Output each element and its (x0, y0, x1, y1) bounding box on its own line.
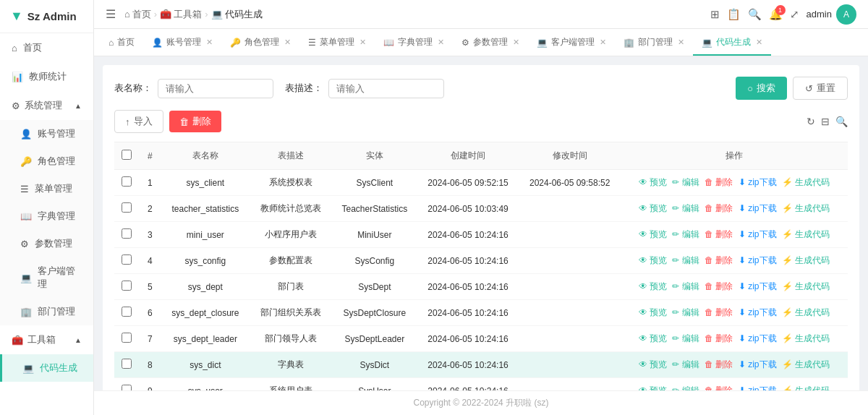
table-name-input[interactable] (158, 79, 273, 98)
table-desc-input[interactable] (328, 79, 444, 98)
tab-role-close[interactable]: ✕ (284, 38, 291, 47)
zip-link[interactable]: ⬇ zip下载 (739, 202, 777, 215)
preview-link[interactable]: 👁 预览 (639, 359, 667, 371)
refresh-icon[interactable]: ↻ (807, 116, 815, 127)
delete-link[interactable]: 🗑 删除 (705, 281, 733, 293)
edit-link[interactable]: ✏ 编辑 (672, 333, 699, 345)
edit-link[interactable]: ✏ 编辑 (672, 385, 699, 390)
delete-link[interactable]: 🗑 删除 (705, 307, 733, 319)
columns-icon[interactable]: ⊟ (821, 116, 830, 127)
tab-role[interactable]: 🔑 角色管理 ✕ (221, 30, 299, 56)
preview-link[interactable]: 👁 预览 (639, 307, 667, 319)
sidebar-group-toolbox-header[interactable]: 🧰 工具箱 ▲ (0, 325, 93, 354)
generate-link[interactable]: ⚡ 生成代码 (782, 333, 830, 345)
tab-menu-close[interactable]: ✕ (359, 38, 366, 47)
preview-link[interactable]: 👁 预览 (639, 202, 667, 215)
row-checkbox[interactable] (122, 176, 132, 187)
generate-link[interactable]: ⚡ 生成代码 (782, 385, 830, 390)
row-checkbox[interactable] (122, 307, 132, 317)
zip-link[interactable]: ⬇ zip下载 (739, 385, 777, 390)
sidebar-subitem-menu[interactable]: ☰ 菜单管理 (0, 175, 93, 202)
generate-link[interactable]: ⚡ 生成代码 (782, 202, 830, 215)
zip-link[interactable]: ⬇ zip下载 (739, 176, 777, 189)
sidebar-item-teacher-stats[interactable]: 📊 教师统计 (0, 62, 93, 91)
tab-dept[interactable]: 🏢 部门管理 ✕ (615, 30, 693, 56)
breadcrumb-home[interactable]: ⌂ 首页 (124, 8, 151, 21)
sidebar-subitem-params[interactable]: ⚙ 参数管理 (0, 230, 93, 257)
tab-account[interactable]: 👤 账号管理 ✕ (143, 30, 221, 56)
edit-link[interactable]: ✏ 编辑 (672, 202, 699, 215)
grid-icon[interactable]: ⊞ (710, 8, 720, 21)
tab-codegen-close[interactable]: ✕ (756, 38, 762, 47)
sidebar-subitem-account[interactable]: 👤 账号管理 (0, 120, 93, 147)
tab-params-close[interactable]: ✕ (513, 38, 519, 47)
edit-link[interactable]: ✏ 编辑 (672, 281, 699, 293)
delete-link[interactable]: 🗑 删除 (705, 359, 733, 371)
delete-link[interactable]: 🗑 删除 (705, 385, 733, 390)
row-checkbox[interactable] (122, 202, 132, 213)
sidebar-subitem-dict[interactable]: 📖 字典管理 (0, 202, 93, 230)
preview-link[interactable]: 👁 预览 (639, 176, 667, 189)
select-all-checkbox[interactable] (122, 150, 132, 160)
row-checkbox[interactable] (122, 359, 132, 369)
edit-link[interactable]: ✏ 编辑 (672, 307, 699, 319)
row-checkbox[interactable] (122, 228, 132, 239)
tab-dept-close[interactable]: ✕ (678, 38, 684, 47)
delete-link[interactable]: 🗑 删除 (705, 333, 733, 345)
generate-link[interactable]: ⚡ 生成代码 (782, 254, 830, 267)
zip-link[interactable]: ⬇ zip下载 (739, 281, 777, 293)
sidebar-item-home[interactable]: ⌂ 首页 (0, 33, 93, 62)
search-button[interactable]: ○ 搜索 (736, 77, 787, 100)
import-button[interactable]: ↑ 导入 (114, 110, 163, 133)
tab-params[interactable]: ⚙ 参数管理 ✕ (453, 30, 528, 56)
reset-button[interactable]: ↺ 重置 (793, 77, 848, 100)
generate-link[interactable]: ⚡ 生成代码 (782, 281, 830, 293)
fullscreen-icon[interactable]: ⤢ (790, 8, 799, 21)
zip-link[interactable]: ⬇ zip下载 (739, 359, 777, 371)
search-icon[interactable]: 🔍 (748, 8, 762, 21)
tab-client[interactable]: 💻 客户端管理 ✕ (528, 30, 615, 56)
edit-link[interactable]: ✏ 编辑 (672, 254, 699, 267)
delete-link[interactable]: 🗑 删除 (705, 254, 733, 267)
sidebar-subitem-dept[interactable]: 🏢 部门管理 (0, 298, 93, 325)
breadcrumb-toolbox[interactable]: 🧰 工具箱 (160, 8, 202, 21)
delete-link[interactable]: 🗑 删除 (705, 202, 733, 215)
zip-link[interactable]: ⬇ zip下载 (739, 307, 777, 319)
menu-toggle-icon[interactable]: ☰ (106, 7, 116, 21)
generate-link[interactable]: ⚡ 生成代码 (782, 228, 830, 241)
tab-dict-close[interactable]: ✕ (438, 38, 444, 47)
preview-link[interactable]: 👁 预览 (639, 254, 667, 267)
preview-link[interactable]: 👁 预览 (639, 228, 667, 241)
preview-link[interactable]: 👁 预览 (639, 281, 667, 293)
row-checkbox[interactable] (122, 281, 132, 291)
delete-link[interactable]: 🗑 删除 (705, 228, 733, 241)
tab-codegen[interactable]: 💻 代码生成 ✕ (693, 30, 771, 56)
sidebar-subitem-codegen[interactable]: 💻 代码生成 (0, 354, 93, 382)
generate-link[interactable]: ⚡ 生成代码 (782, 307, 830, 319)
sidebar-group-system-header[interactable]: ⚙ 系统管理 ▲ (0, 91, 93, 120)
bell-icon[interactable]: 🔔 1 (769, 8, 783, 21)
preview-link[interactable]: 👁 预览 (639, 333, 667, 345)
generate-link[interactable]: ⚡ 生成代码 (782, 359, 830, 371)
tab-home[interactable]: ⌂ 首页 (100, 30, 143, 56)
generate-link[interactable]: ⚡ 生成代码 (782, 176, 830, 189)
edit-link[interactable]: ✏ 编辑 (672, 176, 699, 189)
tab-client-close[interactable]: ✕ (600, 38, 606, 47)
edit-link[interactable]: ✏ 编辑 (672, 228, 699, 241)
sidebar-subitem-client[interactable]: 💻 客户端管理 (0, 257, 93, 298)
tab-dict-manage[interactable]: 📖 字典管理 ✕ (375, 30, 453, 56)
density-icon[interactable]: 🔍 (835, 116, 848, 127)
delete-link[interactable]: 🗑 删除 (705, 176, 733, 189)
row-checkbox[interactable] (122, 385, 132, 390)
row-checkbox[interactable] (122, 333, 132, 343)
copy-icon[interactable]: 📋 (727, 8, 741, 21)
preview-link[interactable]: 👁 预览 (639, 385, 667, 390)
tab-menu[interactable]: ☰ 菜单管理 ✕ (299, 30, 375, 56)
edit-link[interactable]: ✏ 编辑 (672, 359, 699, 371)
zip-link[interactable]: ⬇ zip下载 (739, 228, 777, 241)
zip-link[interactable]: ⬇ zip下载 (739, 333, 777, 345)
sidebar-subitem-role[interactable]: 🔑 角色管理 (0, 147, 93, 175)
admin-menu[interactable]: admin A (807, 4, 856, 25)
bulk-delete-button[interactable]: 🗑 删除 (169, 111, 221, 132)
zip-link[interactable]: ⬇ zip下载 (739, 254, 777, 267)
